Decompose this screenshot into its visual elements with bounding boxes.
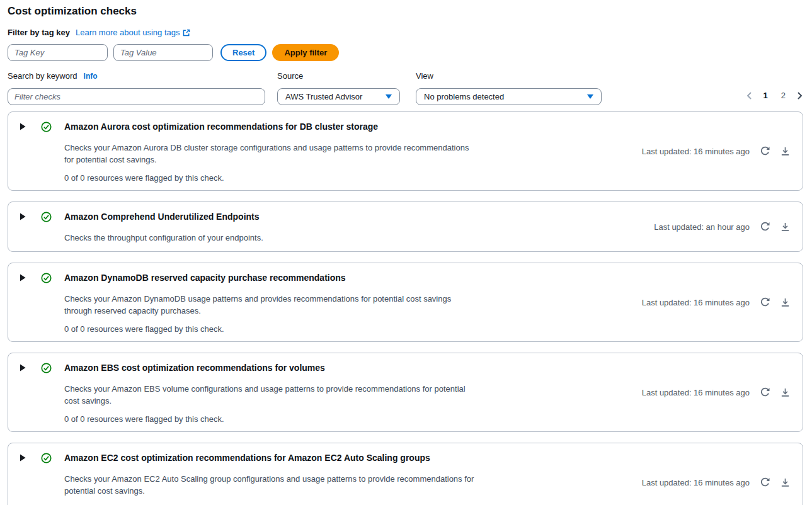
check-description: Checks your Amazon EC2 Auto Scaling grou… [64,473,480,497]
check-title: Amazon DynamoDB reserved capacity purcha… [64,273,346,283]
refresh-icon[interactable] [760,387,770,398]
check-card-actions: Last updated: 16 minutes ago [642,387,790,398]
success-check-icon [41,212,52,222]
download-icon[interactable] [781,146,790,156]
search-source-view-row: Search by keyword Info Source AWS Truste… [8,71,803,105]
tag-filter-inputs-row: Reset Apply filter [8,44,803,61]
check-title: Amazon EBS cost optimization recommendat… [64,363,325,373]
expand-icon[interactable] [20,364,26,372]
chevron-down-icon [386,94,392,99]
refresh-icon[interactable] [760,222,770,232]
source-select[interactable]: AWS Trusted Advisor [277,88,400,105]
check-title: Amazon EC2 cost optimization recommendat… [64,453,430,463]
check-description: Checks your Amazon DynamoDB usage patter… [64,293,480,317]
apply-filter-button[interactable]: Apply filter [272,44,339,61]
source-label: Source [277,71,416,81]
check-card-body: Checks your Amazon EC2 Auto Scaling grou… [64,473,480,505]
last-updated-text: Last updated: an hour ago [654,222,750,232]
page-title: Cost optimization checks [8,5,803,18]
check-card-actions: Last updated: 16 minutes ago [642,146,790,157]
check-card: Amazon Aurora cost optimization recommen… [8,111,803,191]
last-updated-text: Last updated: 16 minutes ago [642,298,750,307]
success-check-icon [41,273,52,283]
check-card-body: Checks your Amazon Aurora DB cluster sto… [64,142,480,183]
last-updated-text: Last updated: 16 minutes ago [642,478,750,487]
check-card-actions: Last updated: 16 minutes ago [642,297,790,308]
success-check-icon [41,453,52,463]
check-flagged-summary: 0 of 0 resources were flagged by this ch… [64,173,480,183]
download-icon[interactable] [781,297,790,307]
previous-page-icon[interactable] [746,92,752,99]
search-label-row: Search by keyword Info [8,71,277,81]
refresh-icon[interactable] [760,477,770,488]
check-card: Amazon EBS cost optimization recommendat… [8,353,803,432]
search-column: Search by keyword Info [8,71,277,105]
tag-filter-label-row: Filter by tag key Learn more about using… [8,28,803,37]
expand-icon[interactable] [20,123,26,130]
view-label: View [416,71,602,81]
check-card-actions: Last updated: an hour ago [654,222,790,232]
check-title: Amazon Comprehend Underutilized Endpoint… [64,212,260,222]
check-card-header: Amazon DynamoDB reserved capacity purcha… [20,271,791,284]
check-card-header: Amazon Aurora cost optimization recommen… [20,120,791,133]
last-updated-text: Last updated: 16 minutes ago [642,147,750,156]
external-link-icon [183,29,190,37]
filter-checks-input[interactable] [8,88,265,105]
check-flagged-summary: 0 of 0 resources were flagged by this ch… [64,414,480,424]
view-column: View No problems detected [416,71,602,105]
page-number-2[interactable]: 2 [779,89,787,101]
check-card-body: Checks the throughput configuration of y… [64,232,480,244]
check-flagged-summary: 0 of 0 resources were flagged by this ch… [64,324,480,334]
tag-value-input[interactable] [113,44,213,61]
pagination: 1 2 [746,89,803,105]
search-by-keyword-label: Search by keyword [8,71,77,81]
expand-icon[interactable] [20,213,26,220]
check-card-body: Checks your Amazon DynamoDB usage patter… [64,293,480,334]
success-check-icon [41,363,52,373]
check-description: Checks your Amazon EBS volume configurat… [64,383,480,407]
cost-optimization-checks-page: Cost optimization checks Filter by tag k… [0,0,812,505]
check-card-header: Amazon EC2 cost optimization recommendat… [20,451,791,464]
expand-icon[interactable] [20,274,26,281]
info-link[interactable]: Info [84,72,98,81]
filter-by-tag-key-label: Filter by tag key [8,28,70,37]
last-updated-text: Last updated: 16 minutes ago [642,388,750,397]
view-select-value: No problems detected [424,92,504,101]
download-icon[interactable] [781,387,790,397]
learn-more-tags-link[interactable]: Learn more about using tags [76,28,191,37]
check-card-header: Amazon EBS cost optimization recommendat… [20,361,791,374]
refresh-icon[interactable] [760,146,770,157]
tag-key-input[interactable] [8,44,108,61]
check-title: Amazon Aurora cost optimization recommen… [64,122,378,132]
chevron-down-icon [587,94,593,99]
refresh-icon[interactable] [760,297,770,308]
source-select-value: AWS Trusted Advisor [285,92,362,101]
page-number-1[interactable]: 1 [762,89,770,101]
success-check-icon [41,122,52,132]
expand-icon[interactable] [20,454,26,462]
check-card-actions: Last updated: 16 minutes ago [642,477,790,488]
learn-more-tags-link-label: Learn more about using tags [76,28,180,37]
check-card-body: Checks your Amazon EBS volume configurat… [64,383,480,424]
check-card: Amazon Comprehend Underutilized Endpoint… [8,201,803,252]
source-column: Source AWS Trusted Advisor [277,71,416,105]
check-description: Checks the throughput configuration of y… [64,232,480,244]
view-select[interactable]: No problems detected [416,88,602,105]
check-description: Checks your Amazon Aurora DB cluster sto… [64,142,480,166]
download-icon[interactable] [781,222,790,232]
download-icon[interactable] [781,477,790,487]
checks-list: Amazon Aurora cost optimization recommen… [8,111,803,505]
check-card: Amazon EC2 cost optimization recommendat… [8,443,803,505]
check-card: Amazon DynamoDB reserved capacity purcha… [8,263,803,342]
next-page-icon[interactable] [797,92,803,99]
reset-button[interactable]: Reset [220,44,266,61]
